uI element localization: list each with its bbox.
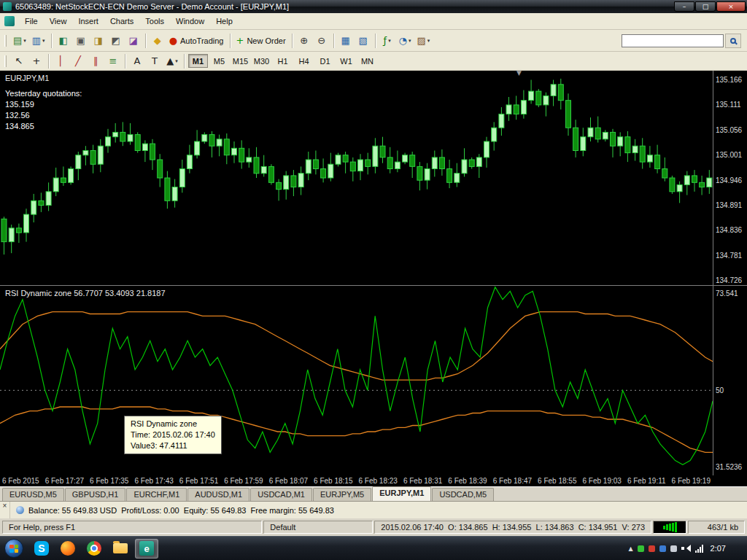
windows-logo-icon xyxy=(9,545,18,553)
volume-icon[interactable] xyxy=(681,544,691,553)
signal-bar xyxy=(672,523,674,532)
chart-tab[interactable]: EURJPY,M5 xyxy=(313,488,371,501)
autotrading-button[interactable]: ●AutoTrading xyxy=(166,33,227,49)
tile-windows-button[interactable]: ▦ xyxy=(337,33,355,49)
timeframe-m15[interactable]: M15 xyxy=(231,54,250,68)
terminal-status-icon xyxy=(16,506,24,514)
timeframe-mn[interactable]: MN xyxy=(357,54,377,68)
text-label-button[interactable]: T xyxy=(146,53,163,69)
chart-tabs-bar: EURUSD,M5GBPUSD,H1EURCHF,M1AUDUSD,M1USDC… xyxy=(0,486,747,501)
menu-help[interactable]: Help xyxy=(210,15,239,28)
status-profile[interactable]: Default xyxy=(263,521,373,534)
strategy-tester-button[interactable]: ◪ xyxy=(125,33,142,49)
start-button[interactable] xyxy=(4,539,23,558)
timeframe-m30[interactable]: M30 xyxy=(252,54,271,68)
text-label-icon: T xyxy=(152,56,158,66)
zoom-in-button[interactable]: ⊕ xyxy=(295,33,313,49)
market-watch-button[interactable]: ◧ xyxy=(55,33,72,49)
timeframe-m5[interactable]: M5 xyxy=(209,54,229,68)
terminal-close-button[interactable]: × xyxy=(0,502,10,518)
cursor-button[interactable]: ↖ xyxy=(10,53,28,69)
time-axis[interactable]: 6 Feb 20156 Feb 17:276 Feb 17:356 Feb 17… xyxy=(0,475,713,486)
navigator-button[interactable]: ◨ xyxy=(90,33,107,49)
status-help-text: For Help, press F1 xyxy=(2,521,262,534)
taskbar-app-firefox[interactable] xyxy=(56,539,80,559)
price-axis[interactable]: 135.166135.111135.056135.001134.946134.8… xyxy=(713,71,747,285)
zoom-out-button[interactable]: ⊖ xyxy=(313,33,330,49)
chart-tab[interactable]: EURJPY,M1 xyxy=(372,486,431,501)
fibonacci-button[interactable]: ≡ xyxy=(104,53,122,69)
zoom-in-icon: ⊕ xyxy=(300,36,308,45)
chart-tab[interactable]: EURCHF,M1 xyxy=(126,488,187,501)
zoom-out-icon: ⊖ xyxy=(317,36,325,45)
menu-tools[interactable]: Tools xyxy=(139,15,170,28)
tray-green-icon[interactable] xyxy=(638,545,644,552)
taskbar-clock[interactable]: 2:07 xyxy=(711,544,726,553)
new-order-button[interactable]: +New Order xyxy=(233,33,289,49)
vertical-line-button[interactable]: │ xyxy=(52,53,69,69)
indicators-button[interactable]: ƒ▾ xyxy=(379,33,396,49)
equidistant-channel-button[interactable]: ∥ xyxy=(87,53,104,69)
chart-tab[interactable]: USDCAD,M1 xyxy=(250,488,312,501)
timeframe-h4[interactable]: H4 xyxy=(294,54,314,68)
network-icon[interactable] xyxy=(695,545,703,553)
tooltip-time: Time: 2015.02.06 17:40 xyxy=(131,429,215,440)
timeframe-d1[interactable]: D1 xyxy=(315,54,335,68)
minimize-button[interactable]: – xyxy=(674,1,694,12)
chart-tab[interactable]: USDCAD,M5 xyxy=(432,488,494,501)
terminal-panel-button[interactable]: ◩ xyxy=(107,33,125,49)
crosshair-button[interactable]: + xyxy=(28,53,45,69)
hidden-icons-arrow[interactable]: ▲ xyxy=(628,545,632,552)
timeframe-h1[interactable]: H1 xyxy=(273,54,293,68)
price-chart-plot[interactable]: EURJPY,M1 Yesterday quotations: 135.159 … xyxy=(0,71,713,285)
taskbar-app-chrome[interactable] xyxy=(82,539,106,559)
menu-charts[interactable]: Charts xyxy=(104,15,139,28)
text-button[interactable]: A xyxy=(128,53,146,69)
tray-blue-icon[interactable] xyxy=(659,545,666,552)
chart-tab[interactable]: EURUSD,M5 xyxy=(2,488,64,501)
profiles-button[interactable]: ▥▾ xyxy=(29,33,48,49)
signal-bar xyxy=(666,524,668,530)
trendline-button[interactable]: ╱ xyxy=(69,53,87,69)
mt4-menu-icon xyxy=(4,16,15,26)
menu-file[interactable]: File xyxy=(19,15,44,28)
menu-window[interactable]: Window xyxy=(170,15,210,28)
trendline-icon: ╱ xyxy=(75,56,81,66)
taskbar-app-skype[interactable]: S xyxy=(30,539,53,559)
timeframe-w1[interactable]: W1 xyxy=(336,54,356,68)
expert-advisors-button[interactable]: ◆ xyxy=(149,33,166,49)
strategy-tester-icon: ◪ xyxy=(128,36,137,45)
menu-view[interactable]: View xyxy=(44,15,73,28)
cascade-windows-button[interactable]: ▧ xyxy=(355,33,372,49)
chart-shift-marker[interactable]: ▼ xyxy=(516,71,522,77)
title-bar: 65063489: NetStockECN-ECN Demo Server - … xyxy=(0,0,747,13)
timeframe-toolbar: M1M5M15M30H1H4D1W1MN xyxy=(187,54,378,68)
tooltip-title: RSI Dynamic zone xyxy=(131,419,215,429)
taskbar-app-explorer[interactable] xyxy=(109,539,132,559)
indicator-axis[interactable]: 73.5415031.5236 xyxy=(713,286,747,475)
search-button[interactable] xyxy=(725,34,741,48)
search-icon xyxy=(730,38,736,44)
close-button[interactable]: × xyxy=(716,1,746,12)
menu-insert[interactable]: Insert xyxy=(72,15,104,28)
tray-gray-icon[interactable] xyxy=(670,545,677,552)
tray-red-icon[interactable] xyxy=(649,545,655,552)
search-input[interactable] xyxy=(622,34,724,47)
rsi-indicator-plot[interactable]: RSI Dynamic zone 56.7707 53.4093 21.8187… xyxy=(0,286,713,475)
app-icon xyxy=(3,2,12,11)
chart-tab[interactable]: GBPUSD,H1 xyxy=(65,488,126,501)
maximize-button[interactable]: □ xyxy=(695,1,716,12)
taskbar-app-mt4[interactable]: e xyxy=(135,539,158,559)
chart-tab[interactable]: AUDUSD,M1 xyxy=(187,488,249,501)
templates-button[interactable]: ▨▾ xyxy=(414,33,433,49)
new-chart-button[interactable]: ▤▾ xyxy=(10,33,29,49)
periods-button[interactable]: ◔▾ xyxy=(396,33,414,49)
arrows-button[interactable]: ▲▾ xyxy=(163,53,181,69)
data-window-button[interactable]: ▣ xyxy=(72,33,90,49)
quotation-value: 132.56 xyxy=(5,110,82,121)
autotrading-icon: ● xyxy=(169,36,177,45)
cursor-icon: ↖ xyxy=(15,56,23,66)
tile-windows-icon: ▦ xyxy=(341,36,349,45)
drawing-toolbar: ↖+│╱∥≡AT▲▾ M1M5M15M30H1H4D1W1MN xyxy=(0,52,747,71)
timeframe-m1[interactable]: M1 xyxy=(188,54,208,68)
